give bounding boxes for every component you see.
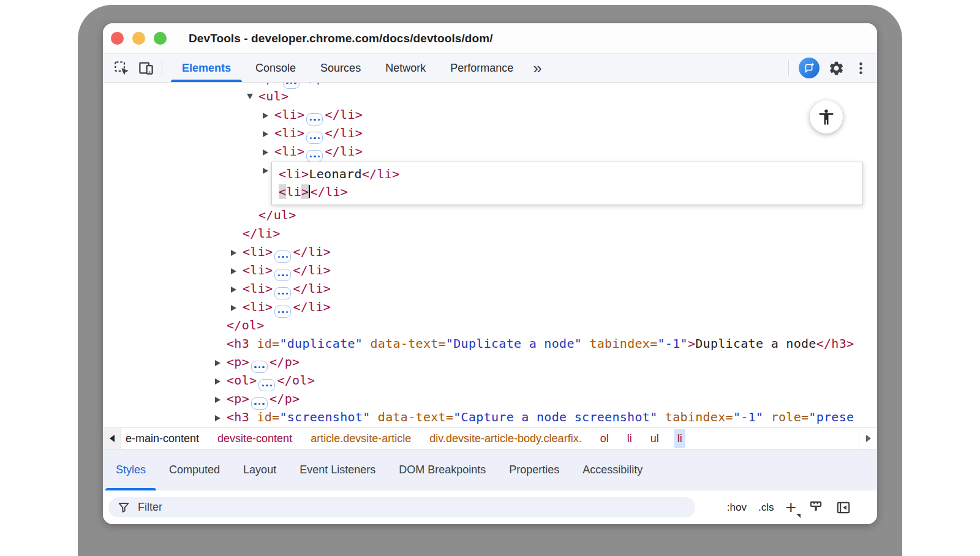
toggle-pseudo-state-button[interactable]: :hov xyxy=(727,502,747,514)
expand-arrow-icon[interactable] xyxy=(231,279,243,298)
inline-edit-line[interactable]: <li></li> xyxy=(279,183,862,201)
dom-token-attr: id= xyxy=(257,336,279,351)
dom-tree-row[interactable]: <li>Leonard</li><li></li> xyxy=(103,160,877,206)
expand-arrow-icon[interactable] xyxy=(231,298,243,316)
breadcrumb-list: e-main-contentdevsite-contentarticle.dev… xyxy=(121,428,859,449)
dom-token-tag: <p> xyxy=(227,391,249,406)
dom-tree-row[interactable]: <ul> xyxy=(103,87,877,105)
dom-tree-row[interactable]: <ol></ol> xyxy=(103,371,877,389)
dom-tree-row[interactable]: <h3 id="duplicate" data-text="Duplicate … xyxy=(103,334,877,353)
breadcrumb-scroll-left-button[interactable] xyxy=(103,428,121,449)
sidebar-tab-dom-breakpoints[interactable]: DOM Breakpoints xyxy=(387,449,497,490)
dom-tree-row[interactable]: <li></li> xyxy=(103,142,877,160)
expand-arrow-icon[interactable] xyxy=(215,371,227,389)
inspect-element-icon[interactable] xyxy=(109,54,134,82)
new-style-rule-button[interactable]: + xyxy=(785,498,796,517)
styles-filter-input[interactable]: Filter xyxy=(108,497,695,517)
dom-token-text xyxy=(363,336,370,351)
filter-placeholder: Filter xyxy=(138,501,162,514)
sidebar-tab-layout[interactable]: Layout xyxy=(232,449,288,490)
zoom-window-button[interactable] xyxy=(154,32,167,45)
dom-token-tag: <p> xyxy=(258,83,281,85)
panel-left-arrow-glyph xyxy=(835,500,851,516)
vertical-dots-glyph xyxy=(853,61,869,76)
filter-funnel-icon xyxy=(117,501,130,514)
expand-arrow-icon[interactable] xyxy=(215,389,227,408)
expand-arrow-icon[interactable] xyxy=(231,242,243,261)
breadcrumb-item[interactable]: ul xyxy=(647,429,662,448)
sidebar-tab-styles[interactable]: Styles xyxy=(104,449,157,490)
dom-token-tag: <ol> xyxy=(227,373,257,388)
dom-tree-row[interactable]: <p></p> xyxy=(103,83,877,87)
dom-token-tag: <li> xyxy=(274,126,304,140)
dom-token-tag: <li> xyxy=(243,263,273,277)
dom-tree-row[interactable]: <p></p> xyxy=(103,389,877,408)
ai-assistance-icon[interactable] xyxy=(799,58,820,78)
dom-tree-row[interactable]: </ol> xyxy=(103,316,877,334)
settings-gear-icon[interactable] xyxy=(828,60,845,77)
breadcrumb-item[interactable]: article.devsite-article xyxy=(307,429,414,448)
breadcrumb-item[interactable]: li xyxy=(624,429,635,448)
expand-arrow-icon[interactable] xyxy=(215,353,227,371)
dom-token-text xyxy=(249,336,257,351)
sidebar-tab-properties[interactable]: Properties xyxy=(497,449,571,490)
breadcrumb-item[interactable]: ol xyxy=(597,429,612,448)
accessibility-widget-button[interactable] xyxy=(810,100,843,133)
dom-token-attr: data-text= xyxy=(371,336,446,351)
dom-tree-row[interactable]: <li></li> xyxy=(103,124,877,142)
dom-token-val: "-1" xyxy=(733,410,763,424)
dom-tree-row[interactable]: <li></li> xyxy=(103,242,877,261)
tab-elements[interactable]: Elements xyxy=(170,54,243,82)
sidebar-tab-accessibility[interactable]: Accessibility xyxy=(571,449,654,490)
right-triangle-icon xyxy=(866,435,871,442)
dom-tree-row[interactable]: <p></p> xyxy=(103,353,877,371)
rendering-brush-icon[interactable] xyxy=(808,500,824,516)
expand-arrow-icon[interactable] xyxy=(247,83,258,87)
dom-tree-row[interactable]: </li> xyxy=(103,224,877,242)
more-options-icon[interactable] xyxy=(853,61,869,76)
inline-edit-line[interactable]: <li>Leonard</li> xyxy=(279,165,862,183)
sidebar-tab-computed[interactable]: Computed xyxy=(157,449,232,490)
breadcrumb-item[interactable]: devsite-content xyxy=(214,429,295,448)
breadcrumb-scroll-right-button[interactable] xyxy=(859,428,877,449)
dom-tree-row[interactable]: <h3 id="screenshot" data-text="Capture a… xyxy=(103,408,877,426)
dom-token-tag: <h3 xyxy=(227,410,249,424)
plus-icon: + xyxy=(785,498,796,517)
tab-console[interactable]: Console xyxy=(243,54,308,82)
expand-arrow-icon[interactable] xyxy=(231,261,243,279)
inline-edit-box[interactable]: <li>Leonard</li><li></li> xyxy=(271,162,863,205)
dom-token-tag: </p> xyxy=(270,391,300,406)
styles-sidebar-tabs: StylesComputedLayoutEvent ListenersDOM B… xyxy=(103,449,877,490)
expand-arrow-icon[interactable] xyxy=(263,105,274,124)
breadcrumb-item[interactable]: e-main-content xyxy=(123,429,202,448)
tab-sources[interactable]: Sources xyxy=(308,54,373,82)
window-title: DevTools - developer.chrome.com/docs/dev… xyxy=(189,32,493,45)
dom-token-val: "duplicate" xyxy=(279,336,363,351)
dom-tree-row[interactable]: </ul> xyxy=(103,206,877,224)
tab-performance[interactable]: Performance xyxy=(438,54,526,82)
tab-network[interactable]: Network xyxy=(373,54,438,82)
dom-token-tag: </li> xyxy=(310,184,348,199)
dom-tree-row[interactable]: <li></li> xyxy=(103,261,877,279)
dom-token-val: "Duplicate a node" xyxy=(446,336,582,351)
expand-arrow-icon[interactable] xyxy=(263,124,274,142)
more-panels-chevron-icon[interactable]: » xyxy=(526,54,549,82)
dom-token-tag: </li> xyxy=(362,167,400,181)
dom-tree-row[interactable]: <li></li> xyxy=(103,298,877,316)
dom-token-tag: <li> xyxy=(243,299,273,314)
toggle-element-classes-button[interactable]: .cls xyxy=(758,502,774,514)
device-toolbar-icon[interactable] xyxy=(134,54,158,82)
left-triangle-icon xyxy=(110,435,115,442)
close-window-button[interactable] xyxy=(111,32,124,45)
expand-arrow-icon[interactable] xyxy=(215,408,227,426)
breadcrumb-item[interactable]: div.devsite-article-body.clearfix. xyxy=(426,429,584,448)
dom-tree-row[interactable]: <li></li> xyxy=(103,279,877,298)
breadcrumb-item[interactable]: li xyxy=(674,429,685,448)
dock-sidebar-toggle-icon[interactable] xyxy=(835,500,851,516)
expand-arrow-icon[interactable] xyxy=(247,87,258,105)
dom-token-tag: </li> xyxy=(325,107,363,122)
dom-tree-row[interactable]: <li></li> xyxy=(103,105,877,124)
expand-arrow-icon[interactable] xyxy=(263,142,274,160)
sidebar-tab-event-listeners[interactable]: Event Listeners xyxy=(288,449,387,490)
minimize-window-button[interactable] xyxy=(132,32,145,45)
